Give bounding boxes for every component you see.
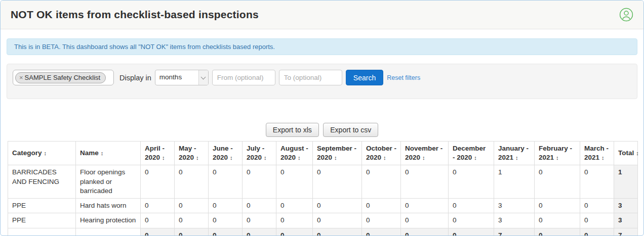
- value-cell: 0: [401, 165, 449, 199]
- column-header-february-2021[interactable]: February - 2021↕: [535, 141, 580, 165]
- value-cell: 0: [209, 213, 243, 228]
- value-cell: 0: [401, 199, 449, 213]
- value-cell: 0: [243, 165, 276, 199]
- value-cell: 0: [141, 165, 175, 199]
- table-row: BARRICADES AND FENCING Floor openings pl…: [8, 165, 638, 199]
- category-cell: PPE: [8, 213, 76, 228]
- value-cell: 0: [276, 213, 313, 228]
- value-cell: 1: [494, 165, 535, 199]
- checklist-tag: × SAMPLE Safety Checklist: [15, 72, 106, 83]
- column-header-name[interactable]: Name↕: [76, 141, 141, 165]
- value-cell: 0: [449, 213, 494, 228]
- column-header-november-2020[interactable]: November - 2020↕: [401, 141, 449, 165]
- column-header-label: March - 2021: [584, 145, 609, 161]
- export-xls-button[interactable]: Export to xls: [266, 123, 319, 137]
- name-cell: Floor openings planked or barricaded: [76, 165, 141, 199]
- column-header-label: May - 2020: [179, 145, 196, 161]
- table-row: PPE Hearing protection 0 0 0 0 0 0 0 0 0…: [8, 213, 638, 228]
- column-header-label: July - 2020: [247, 145, 264, 161]
- column-total-cell: 7: [494, 228, 535, 236]
- page-header: NOT OK items from checklist-based inspec…: [1, 1, 643, 29]
- value-cell: 0: [535, 213, 580, 228]
- column-header-june-2020[interactable]: June - 2020↕: [209, 141, 243, 165]
- notok-items-table: Category↕ Name↕ April - 2020↕ May - 2020…: [8, 141, 638, 236]
- column-header-label: January - 2021: [498, 145, 529, 161]
- sort-icon: ↕: [556, 155, 559, 161]
- value-cell: 0: [580, 199, 614, 213]
- column-header-category[interactable]: Category↕: [8, 141, 76, 165]
- dashboard-panel: NOT OK items from checklist-based inspec…: [0, 0, 644, 236]
- from-date-input[interactable]: [212, 70, 275, 85]
- remove-tag-icon[interactable]: ×: [19, 74, 23, 81]
- reset-filters-link[interactable]: Reset filters: [387, 74, 420, 81]
- value-cell: 0: [580, 165, 614, 199]
- table-totals-row: 0 0 0 0 0 0 0 0 0 7 0 0 7: [8, 228, 638, 236]
- column-total-cell: 0: [313, 228, 362, 236]
- value-cell: 0: [141, 213, 175, 228]
- value-cell: 0: [362, 165, 401, 199]
- column-header-september-2020[interactable]: September - 2020↕: [313, 141, 362, 165]
- column-header-july-2020[interactable]: July - 2020↕: [243, 141, 276, 165]
- column-header-december-2020[interactable]: December - 2020↕: [449, 141, 494, 165]
- table-header-row: Category↕ Name↕ April - 2020↕ May - 2020…: [8, 141, 638, 165]
- user-icon[interactable]: [619, 8, 633, 22]
- column-total-cell: 0: [243, 228, 276, 236]
- value-cell: 0: [401, 213, 449, 228]
- column-header-label: October - 2020: [366, 145, 396, 161]
- sort-icon: ↕: [474, 155, 477, 161]
- name-cell: Hard hats worn: [76, 199, 141, 213]
- display-in-selected-value: months: [155, 70, 198, 85]
- value-cell: 3: [494, 199, 535, 213]
- value-cell: 0: [209, 165, 243, 199]
- to-date-input[interactable]: [279, 70, 342, 85]
- sort-icon: ↕: [162, 155, 165, 161]
- export-csv-button[interactable]: Export to csv: [323, 123, 378, 137]
- value-cell: 0: [175, 165, 209, 199]
- value-cell: 0: [313, 165, 362, 199]
- grand-total-cell: 7: [614, 228, 638, 236]
- column-header-march-2021[interactable]: March - 2021↕: [580, 141, 614, 165]
- row-total-cell: 1: [614, 165, 638, 199]
- column-total-cell: 0: [362, 228, 401, 236]
- value-cell: 0: [449, 165, 494, 199]
- column-total-cell: 0: [276, 228, 313, 236]
- column-header-april-2020[interactable]: April - 2020↕: [141, 141, 175, 165]
- sort-icon: ↕: [264, 155, 267, 161]
- sort-icon: ↕: [334, 155, 337, 161]
- search-button[interactable]: Search: [346, 70, 383, 85]
- value-cell: 0: [362, 199, 401, 213]
- category-cell: PPE: [8, 199, 76, 213]
- column-total-cell: 0: [580, 228, 614, 236]
- export-buttons-row: Export to xls Export to csv: [1, 123, 643, 137]
- column-header-october-2020[interactable]: October - 2020↕: [362, 141, 401, 165]
- sort-icon: ↕: [636, 150, 639, 156]
- value-cell: 0: [535, 199, 580, 213]
- column-total-cell: 0: [449, 228, 494, 236]
- checklist-tag-label: SAMPLE Safety Checklist: [25, 74, 101, 81]
- display-in-select[interactable]: months: [155, 70, 209, 85]
- column-total-cell: 0: [401, 228, 449, 236]
- column-header-august-2020[interactable]: August - 2020↕: [276, 141, 313, 165]
- value-cell: 0: [313, 199, 362, 213]
- column-header-label: Total: [618, 149, 634, 157]
- value-cell: 3: [494, 213, 535, 228]
- value-cell: 0: [209, 199, 243, 213]
- sort-icon: ↕: [230, 155, 233, 161]
- value-cell: 0: [276, 199, 313, 213]
- category-cell: [8, 228, 76, 236]
- page-title: NOT OK items from checklist-based inspec…: [11, 9, 259, 21]
- column-header-may-2020[interactable]: May - 2020↕: [175, 141, 209, 165]
- sort-icon: ↕: [101, 150, 104, 156]
- display-in-label: Display in: [119, 74, 151, 82]
- column-header-january-2021[interactable]: January - 2021↕: [494, 141, 535, 165]
- value-cell: 0: [175, 199, 209, 213]
- value-cell: 0: [243, 213, 276, 228]
- column-header-total[interactable]: Total↕: [614, 141, 638, 165]
- sort-icon: ↕: [601, 155, 605, 161]
- sort-icon: ↕: [44, 150, 47, 156]
- column-total-cell: 0: [141, 228, 175, 236]
- table-row: PPE Hard hats worn 0 0 0 0 0 0 0 0 0 3 0…: [8, 199, 638, 213]
- name-cell: Hearing protection: [76, 213, 141, 228]
- checklist-filter-input[interactable]: × SAMPLE Safety Checklist: [13, 70, 114, 85]
- column-header-label: August - 2020: [280, 145, 308, 161]
